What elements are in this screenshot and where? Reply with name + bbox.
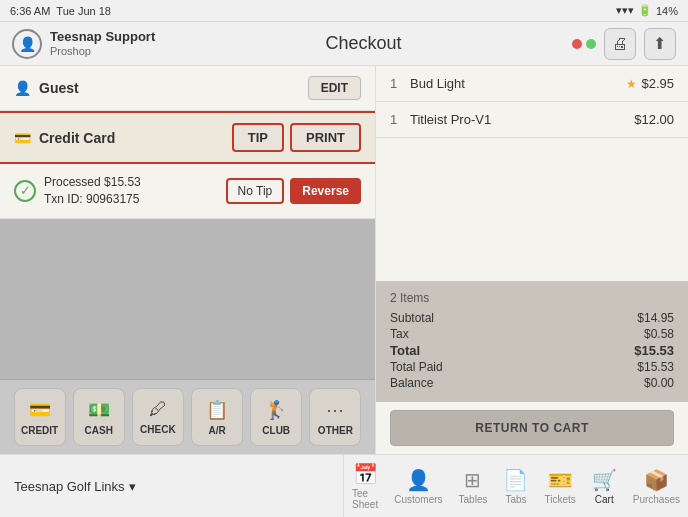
shop-info: Teesnap Support Proshop (50, 29, 155, 58)
cash-icon: 💵 (88, 399, 110, 421)
tab-tee-sheet[interactable]: 📅 Tee Sheet (344, 456, 386, 516)
item-name: Titleist Pro-V1 (410, 112, 634, 127)
other-icon: ⋯ (326, 399, 344, 421)
tee-sheet-icon: 📅 (353, 462, 378, 486)
check-icon: 🖊 (149, 399, 167, 420)
chevron-down-icon: ▾ (129, 479, 136, 494)
wifi-icon: ▾▾▾ (616, 4, 634, 17)
tables-icon: ⊞ (464, 468, 481, 492)
total-row: Total $15.53 (390, 343, 674, 358)
nav-tabs: 📅 Tee Sheet 👤 Customers ⊞ Tables 📄 Tabs … (344, 455, 688, 517)
tab-tabs[interactable]: 📄 Tabs (495, 462, 536, 511)
header-right: 🖨 ⬆ (572, 28, 676, 60)
guest-info: 👤 Guest (14, 80, 79, 96)
right-panel: 1 Bud Light ★ $2.95 1 Titleist Pro-V1 $1… (375, 66, 688, 454)
total-value: $15.53 (634, 343, 674, 358)
order-summary: 2 Items Subtotal $14.95 Tax $0.58 Total … (376, 281, 688, 402)
no-tip-button[interactable]: No Tip (226, 178, 285, 204)
status-dot-red (572, 39, 582, 49)
header: 👤 Teesnap Support Proshop Checkout 🖨 ⬆ (0, 22, 688, 66)
payment-btn-other[interactable]: ⋯ OTHER (309, 388, 361, 446)
check-icon: ✓ (14, 180, 36, 202)
credit-icon: 💳 (29, 399, 51, 421)
credit-card-info: 💳 Credit Card (14, 130, 115, 146)
table-row: 1 Titleist Pro-V1 $12.00 (376, 102, 688, 138)
total-paid-value: $15.53 (637, 360, 674, 374)
avatar: 👤 (12, 29, 42, 59)
club-icon: 🏌 (265, 399, 287, 421)
payment-btn-club[interactable]: 🏌 CLUB (250, 388, 302, 446)
tax-label: Tax (390, 327, 409, 341)
total-paid-row: Total Paid $15.53 (390, 360, 674, 374)
star-icon: ★ (626, 77, 637, 91)
order-items: 1 Bud Light ★ $2.95 1 Titleist Pro-V1 $1… (376, 66, 688, 281)
battery-level: 14% (656, 5, 678, 17)
tab-tickets[interactable]: 🎫 Tickets (536, 462, 583, 511)
item-price: $2.95 (641, 76, 674, 91)
processed-text: Processed $15.53 Txn ID: 90963175 (44, 174, 141, 208)
total-label: Total (390, 343, 420, 358)
processed-row: ✓ Processed $15.53 Txn ID: 90963175 No T… (0, 164, 375, 219)
shop-link[interactable]: Teesnap Golf Links ▾ (0, 455, 344, 517)
processed-txn: Txn ID: 90963175 (44, 191, 141, 208)
page-title: Checkout (326, 33, 402, 54)
print-icon-btn[interactable]: 🖨 (604, 28, 636, 60)
credit-card-label: Credit Card (39, 130, 115, 146)
main-content: 👤 Guest EDIT 💳 Credit Card TIP PRINT (0, 66, 688, 454)
settings-icon-btn[interactable]: ⬆ (644, 28, 676, 60)
tab-customers[interactable]: 👤 Customers (386, 462, 450, 511)
shop-name-nav: Teesnap Golf Links ▾ (14, 479, 136, 494)
item-name: Bud Light (410, 76, 626, 91)
status-bar-left: 6:36 AM Tue Jun 18 (10, 5, 111, 17)
item-count: 2 Items (390, 291, 674, 305)
guest-row: 👤 Guest EDIT (0, 66, 375, 111)
table-row: 1 Bud Light ★ $2.95 (376, 66, 688, 102)
credit-card-row: 💳 Credit Card TIP PRINT (0, 111, 375, 164)
tickets-icon: 🎫 (548, 468, 573, 492)
guest-icon: 👤 (14, 80, 31, 96)
tip-button[interactable]: TIP (232, 123, 284, 152)
tax-value: $0.58 (644, 327, 674, 341)
header-left: 👤 Teesnap Support Proshop (12, 29, 155, 59)
shop-name: Teesnap Support (50, 29, 155, 45)
processed-left: ✓ Processed $15.53 Txn ID: 90963175 (14, 174, 141, 208)
item-price: $12.00 (634, 112, 674, 127)
status-date: Tue Jun 18 (56, 5, 111, 17)
payment-btn-credit[interactable]: 💳 CREDIT (14, 388, 66, 446)
return-to-cart-button[interactable]: RETURN TO CART (390, 410, 674, 446)
tax-row: Tax $0.58 (390, 327, 674, 341)
bottom-nav: Teesnap Golf Links ▾ 📅 Tee Sheet 👤 Custo… (0, 454, 688, 517)
shop-label: Teesnap Golf Links (14, 479, 125, 494)
status-dot-green (586, 39, 596, 49)
tabs-label: Tabs (505, 494, 526, 505)
gray-fill (0, 219, 375, 379)
customers-label: Customers (394, 494, 442, 505)
item-qty: 1 (390, 76, 410, 91)
customers-icon: 👤 (406, 468, 431, 492)
subtotal-row: Subtotal $14.95 (390, 311, 674, 325)
payment-btn-a/r[interactable]: 📋 A/R (191, 388, 243, 446)
reverse-button[interactable]: Reverse (290, 178, 361, 204)
tabs-icon: 📄 (503, 468, 528, 492)
processed-buttons: No Tip Reverse (226, 178, 361, 204)
status-bar-right: ▾▾▾ 🔋 14% (616, 4, 678, 17)
processed-amount: Processed $15.53 (44, 174, 141, 191)
item-qty: 1 (390, 112, 410, 127)
balance-value: $0.00 (644, 376, 674, 390)
payment-row: 💳 CREDIT 💵 CASH 🖊 CHECK 📋 A/R 🏌 CLUB ⋯ O… (0, 379, 375, 454)
guest-label: Guest (39, 80, 79, 96)
tab-cart[interactable]: 🛒 Cart (584, 462, 625, 511)
tables-label: Tables (459, 494, 488, 505)
payment-btn-check[interactable]: 🖊 CHECK (132, 388, 184, 446)
credit-card-icon: 💳 (14, 130, 31, 146)
subtotal-label: Subtotal (390, 311, 434, 325)
payment-btn-cash[interactable]: 💵 CASH (73, 388, 125, 446)
cart-label: Cart (595, 494, 614, 505)
edit-button[interactable]: EDIT (308, 76, 361, 100)
tab-tables[interactable]: ⊞ Tables (451, 462, 496, 511)
tee-sheet-label: Tee Sheet (352, 488, 378, 510)
tab-purchases[interactable]: 📦 Purchases (625, 462, 688, 511)
print-button[interactable]: PRINT (290, 123, 361, 152)
status-bar: 6:36 AM Tue Jun 18 ▾▾▾ 🔋 14% (0, 0, 688, 22)
status-time: 6:36 AM (10, 5, 50, 17)
